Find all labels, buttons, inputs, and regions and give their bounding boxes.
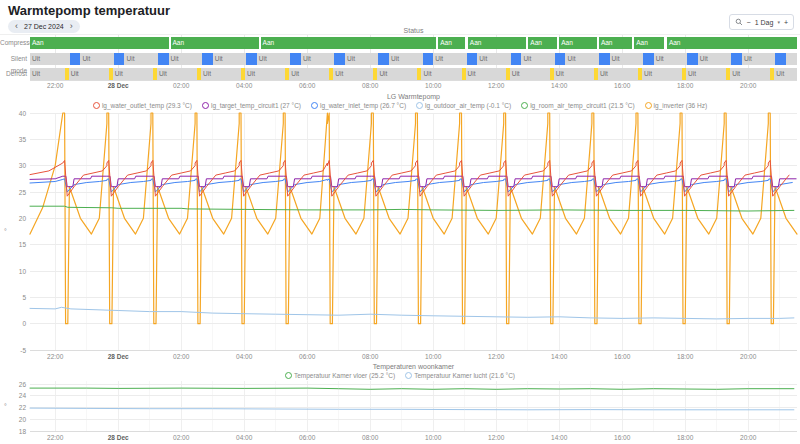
x-tick-label: 14:00 xyxy=(551,434,567,441)
status-segment xyxy=(114,53,125,65)
zoom-icon[interactable] xyxy=(735,18,743,26)
legend-item[interactable]: lg_water_inlet_temp (26.7 °C) xyxy=(311,102,406,109)
series-line-temperatuur-kamer-vloer xyxy=(30,388,794,389)
y-tick-label: 22 xyxy=(0,404,26,411)
state-label: Uit xyxy=(171,53,179,65)
legend-item[interactable]: lg_inverter (36 Hz) xyxy=(645,102,707,109)
prev-day-button[interactable]: ‹ xyxy=(15,20,18,33)
legend-label: lg_outdoor_air_temp (-0.1 °C) xyxy=(425,102,511,109)
legend-item[interactable]: lg_target_temp_circuit1 (27 °C) xyxy=(202,102,301,109)
series-line-lg-inverter xyxy=(30,113,797,324)
x-tick-label: 04:00 xyxy=(236,82,252,89)
y-tick-label: 0 xyxy=(0,320,26,327)
x-tick-label: 20:00 xyxy=(740,434,756,441)
status-segment xyxy=(158,53,169,65)
status-segment xyxy=(555,53,566,65)
chevron-down-icon[interactable]: ▾ xyxy=(777,19,780,25)
x-tick-label: 22:00 xyxy=(47,353,63,360)
state-label: Uit xyxy=(215,53,223,65)
y-tick-label: 10 xyxy=(0,268,26,275)
status-segment xyxy=(290,53,301,65)
x-tick-label: 16:00 xyxy=(614,434,630,441)
status-segment xyxy=(775,53,786,65)
x-tick-label: 06:00 xyxy=(299,82,315,89)
state-label: Aan xyxy=(470,37,482,49)
state-label: Uit xyxy=(600,68,608,80)
state-label: Uit xyxy=(347,53,355,65)
legend-item[interactable]: lg_room_air_temp_circuit1 (21.5 °C) xyxy=(521,102,634,109)
main-chart-title: LG Warmtepomp xyxy=(30,93,797,100)
x-tick-label: 16:00 xyxy=(614,353,630,360)
x-tick-label: 02:00 xyxy=(173,434,189,441)
state-label: Aan xyxy=(636,37,648,49)
state-label: Uit xyxy=(247,68,255,80)
main-y-axis-unit: ° xyxy=(4,228,7,235)
y-tick-label: 40 xyxy=(0,110,26,117)
state-label: Uit xyxy=(32,68,40,80)
zoom-in-button[interactable]: + xyxy=(784,19,788,26)
x-tick-label: 20:00 xyxy=(740,353,756,360)
status-row-label-defrost: Defrost xyxy=(0,68,27,80)
status-segment xyxy=(462,68,466,80)
status-segment xyxy=(770,68,774,80)
state-label: Uit xyxy=(159,68,167,80)
legend-item[interactable]: lg_outdoor_air_temp (-0.1 °C) xyxy=(416,102,511,109)
legend-label: lg_target_temp_circuit1 (27 °C) xyxy=(211,102,301,109)
y-tick-label: 26 xyxy=(0,381,26,388)
status-row-track xyxy=(30,53,797,65)
y-tick-label: -5 xyxy=(0,347,26,354)
range-label[interactable]: 1 Dag xyxy=(755,19,774,26)
legend-marker-icon xyxy=(93,102,100,109)
page-title: Warmtepomp temperatuur xyxy=(8,3,170,18)
status-segment xyxy=(153,68,157,80)
state-label: Aan xyxy=(32,37,44,49)
status-segment xyxy=(599,53,610,65)
status-segment xyxy=(378,53,389,65)
status-segment xyxy=(285,68,289,80)
header-divider xyxy=(0,34,800,35)
legend-label: lg_water_inlet_temp (26.7 °C) xyxy=(320,102,406,109)
state-label: Uit xyxy=(82,53,90,65)
x-tick-label: 04:00 xyxy=(236,353,252,360)
status-segment xyxy=(643,53,654,65)
series-line-lg-water-outlet-temp xyxy=(30,160,789,196)
state-label: Aan xyxy=(561,37,573,49)
state-label: Uit xyxy=(744,53,752,65)
state-label: Uit xyxy=(335,68,343,80)
x-tick-label: 06:00 xyxy=(299,434,315,441)
x-tick-label: 14:00 xyxy=(551,353,567,360)
legend-item[interactable]: Temperatuur Kamer vloer (25.2 °C) xyxy=(285,372,395,379)
y-tick-label: 20 xyxy=(0,416,26,423)
x-tick-label: 12:00 xyxy=(488,434,504,441)
state-label: Uit xyxy=(115,68,123,80)
state-label: Uit xyxy=(303,53,311,65)
state-label: Uit xyxy=(424,68,432,80)
status-segment xyxy=(329,68,333,80)
status-segment xyxy=(373,68,377,80)
rooms-chart-legend: Temperatuur Kamer vloer (25.2 °C)Tempera… xyxy=(0,372,800,379)
x-tick-label: 06:00 xyxy=(299,353,315,360)
status-segment xyxy=(682,68,686,80)
legend-item[interactable]: lg_water_outlet_temp (29.3 °C) xyxy=(93,102,192,109)
status-segment xyxy=(594,68,598,80)
state-label: Uit xyxy=(644,68,652,80)
legend-item[interactable]: Temperatuur Kamer lucht (21.6 °C) xyxy=(405,372,515,379)
x-tick-label: 10:00 xyxy=(425,434,441,441)
state-label: Uit xyxy=(127,53,135,65)
y-tick-label: 5 xyxy=(0,294,26,301)
state-label: Uit xyxy=(391,53,399,65)
state-label: Uit xyxy=(479,53,487,65)
legend-label: lg_inverter (36 Hz) xyxy=(654,102,707,109)
series-line-lg-outdoor-air-temp xyxy=(30,307,794,319)
zoom-out-button[interactable]: − xyxy=(747,19,751,26)
status-row-label-compressor: Compressor xyxy=(0,37,27,49)
state-label: Uit xyxy=(523,53,531,65)
series-line-lg-water-inlet-temp xyxy=(30,179,792,192)
status-segment xyxy=(334,53,345,65)
x-tick-label: 04:00 xyxy=(236,434,252,441)
legend-label: Temperatuur Kamer vloer (25.2 °C) xyxy=(294,372,395,379)
state-label: Uit xyxy=(656,53,664,65)
status-segment xyxy=(261,37,437,49)
status-segment xyxy=(30,37,169,49)
x-tick-label: 08:00 xyxy=(362,82,378,89)
